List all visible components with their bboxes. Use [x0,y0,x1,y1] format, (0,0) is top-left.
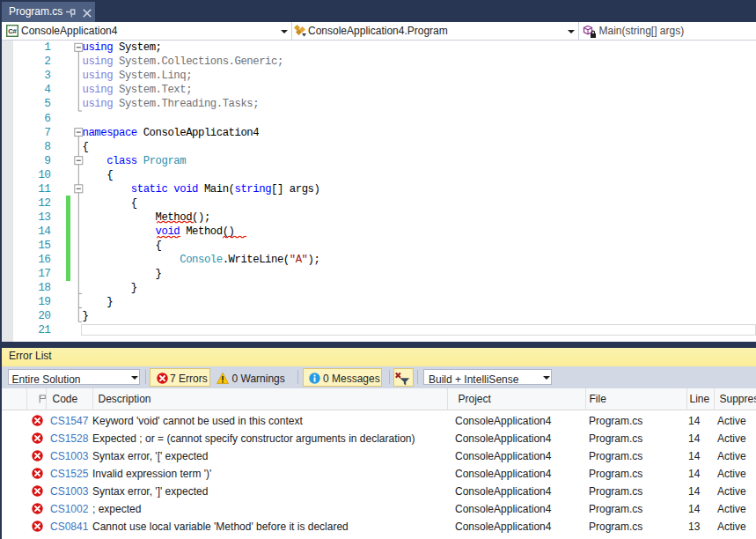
svg-text:C#: C# [8,27,17,35]
